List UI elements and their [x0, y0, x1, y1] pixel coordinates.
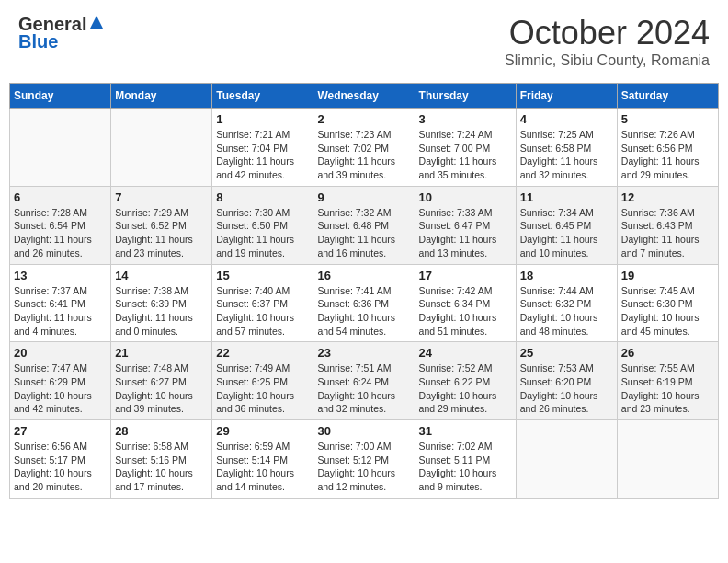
column-header-monday: Monday: [111, 84, 212, 109]
calendar-cell: 11Sunrise: 7:34 AMSunset: 6:45 PMDayligh…: [516, 186, 617, 264]
day-detail: Sunrise: 7:21 AMSunset: 7:04 PMDaylight:…: [216, 128, 309, 182]
calendar-cell: 10Sunrise: 7:33 AMSunset: 6:47 PMDayligh…: [415, 186, 516, 264]
calendar-cell: 15Sunrise: 7:40 AMSunset: 6:37 PMDayligh…: [212, 264, 313, 342]
day-detail: Sunrise: 7:41 AMSunset: 6:36 PMDaylight:…: [317, 284, 410, 339]
day-detail: Sunrise: 7:34 AMSunset: 6:45 PMDaylight:…: [520, 206, 613, 260]
calendar-cell: 29Sunrise: 6:59 AMSunset: 5:14 PMDayligh…: [212, 420, 313, 499]
day-number: 16: [317, 269, 410, 282]
logo: General Blue: [18, 14, 104, 52]
calendar-cell: 16Sunrise: 7:41 AMSunset: 6:36 PMDayligh…: [313, 264, 415, 342]
day-number: 24: [419, 346, 512, 360]
calendar-cell: 21Sunrise: 7:48 AMSunset: 6:27 PMDayligh…: [111, 342, 212, 420]
day-detail: Sunrise: 7:53 AMSunset: 6:20 PMDaylight:…: [520, 362, 613, 416]
location-subtitle: Slimnic, Sibiu County, Romania: [505, 52, 710, 69]
day-number: 11: [520, 190, 613, 204]
day-number: 10: [419, 190, 512, 204]
day-detail: Sunrise: 7:42 AMSunset: 6:34 PMDaylight:…: [419, 284, 512, 339]
day-detail: Sunrise: 7:45 AMSunset: 6:30 PMDaylight:…: [621, 284, 714, 339]
calendar-cell: 8Sunrise: 7:30 AMSunset: 6:50 PMDaylight…: [212, 186, 313, 264]
day-number: 28: [115, 424, 208, 438]
calendar-cell: [516, 420, 617, 499]
calendar-cell: 27Sunrise: 6:56 AMSunset: 5:17 PMDayligh…: [10, 420, 111, 499]
day-detail: Sunrise: 6:58 AMSunset: 5:16 PMDaylight:…: [115, 440, 208, 494]
day-detail: Sunrise: 7:47 AMSunset: 6:29 PMDaylight:…: [14, 362, 107, 416]
column-header-sunday: Sunday: [10, 84, 111, 109]
calendar-cell: 12Sunrise: 7:36 AMSunset: 6:43 PMDayligh…: [617, 186, 718, 264]
day-number: 14: [115, 269, 208, 282]
day-detail: Sunrise: 7:30 AMSunset: 6:50 PMDaylight:…: [216, 206, 309, 260]
calendar-cell: 22Sunrise: 7:49 AMSunset: 6:25 PMDayligh…: [212, 342, 313, 420]
day-number: 15: [216, 269, 309, 282]
day-number: 12: [621, 190, 714, 204]
day-detail: Sunrise: 7:00 AMSunset: 5:12 PMDaylight:…: [317, 440, 410, 494]
day-number: 17: [419, 269, 512, 282]
page-header: General Blue October 2024 Slimnic, Sibiu…: [9, 9, 719, 74]
calendar-cell: [111, 109, 212, 187]
day-number: 6: [14, 190, 107, 204]
day-number: 19: [621, 269, 714, 282]
calendar-cell: 17Sunrise: 7:42 AMSunset: 6:34 PMDayligh…: [415, 264, 516, 342]
day-number: 26: [621, 346, 714, 360]
logo-triangle-icon: [89, 15, 104, 33]
day-detail: Sunrise: 7:36 AMSunset: 6:43 PMDaylight:…: [621, 206, 714, 260]
month-title: October 2024: [505, 14, 710, 52]
calendar-week-row: 1Sunrise: 7:21 AMSunset: 7:04 PMDaylight…: [10, 109, 719, 187]
calendar-cell: 2Sunrise: 7:23 AMSunset: 7:02 PMDaylight…: [313, 109, 415, 187]
day-number: 23: [317, 346, 410, 360]
day-detail: Sunrise: 7:29 AMSunset: 6:52 PMDaylight:…: [115, 206, 208, 260]
day-number: 8: [216, 190, 309, 204]
calendar-cell: 28Sunrise: 6:58 AMSunset: 5:16 PMDayligh…: [111, 420, 212, 499]
day-detail: Sunrise: 7:28 AMSunset: 6:54 PMDaylight:…: [14, 206, 107, 260]
day-number: 1: [216, 112, 309, 126]
day-detail: Sunrise: 7:26 AMSunset: 6:56 PMDaylight:…: [621, 128, 714, 182]
day-detail: Sunrise: 6:59 AMSunset: 5:14 PMDaylight:…: [216, 440, 309, 494]
calendar-cell: 25Sunrise: 7:53 AMSunset: 6:20 PMDayligh…: [516, 342, 617, 420]
calendar-cell: 9Sunrise: 7:32 AMSunset: 6:48 PMDaylight…: [313, 186, 415, 264]
column-header-thursday: Thursday: [415, 84, 516, 109]
day-number: 25: [520, 346, 613, 360]
calendar-week-row: 6Sunrise: 7:28 AMSunset: 6:54 PMDaylight…: [10, 186, 719, 264]
day-number: 31: [419, 424, 512, 438]
day-detail: Sunrise: 7:37 AMSunset: 6:41 PMDaylight:…: [14, 284, 107, 339]
day-number: 22: [216, 346, 309, 360]
day-number: 20: [14, 346, 107, 360]
day-detail: Sunrise: 7:02 AMSunset: 5:11 PMDaylight:…: [419, 440, 512, 494]
day-detail: Sunrise: 7:38 AMSunset: 6:39 PMDaylight:…: [115, 284, 208, 339]
day-detail: Sunrise: 7:44 AMSunset: 6:32 PMDaylight:…: [520, 284, 613, 339]
day-number: 3: [419, 112, 512, 126]
day-detail: Sunrise: 7:33 AMSunset: 6:47 PMDaylight:…: [419, 206, 512, 260]
calendar-cell: 13Sunrise: 7:37 AMSunset: 6:41 PMDayligh…: [10, 264, 111, 342]
calendar-cell: 20Sunrise: 7:47 AMSunset: 6:29 PMDayligh…: [10, 342, 111, 420]
calendar-week-row: 20Sunrise: 7:47 AMSunset: 6:29 PMDayligh…: [10, 342, 719, 420]
logo-blue-text: Blue: [18, 31, 58, 52]
day-number: 18: [520, 269, 613, 282]
day-detail: Sunrise: 7:25 AMSunset: 6:58 PMDaylight:…: [520, 128, 613, 182]
calendar-cell: 31Sunrise: 7:02 AMSunset: 5:11 PMDayligh…: [415, 420, 516, 499]
column-header-wednesday: Wednesday: [313, 84, 415, 109]
day-number: 27: [14, 424, 107, 438]
calendar-cell: 19Sunrise: 7:45 AMSunset: 6:30 PMDayligh…: [617, 264, 718, 342]
column-header-tuesday: Tuesday: [212, 84, 313, 109]
calendar-cell: 23Sunrise: 7:51 AMSunset: 6:24 PMDayligh…: [313, 342, 415, 420]
calendar-cell: 6Sunrise: 7:28 AMSunset: 6:54 PMDaylight…: [10, 186, 111, 264]
calendar-cell: [617, 420, 718, 499]
calendar-cell: 3Sunrise: 7:24 AMSunset: 7:00 PMDaylight…: [415, 109, 516, 187]
day-detail: Sunrise: 7:48 AMSunset: 6:27 PMDaylight:…: [115, 362, 208, 416]
day-detail: Sunrise: 7:49 AMSunset: 6:25 PMDaylight:…: [216, 362, 309, 416]
calendar-cell: 4Sunrise: 7:25 AMSunset: 6:58 PMDaylight…: [516, 109, 617, 187]
column-header-friday: Friday: [516, 84, 617, 109]
calendar-cell: 14Sunrise: 7:38 AMSunset: 6:39 PMDayligh…: [111, 264, 212, 342]
calendar-cell: [10, 109, 111, 187]
svg-marker-0: [90, 16, 103, 29]
calendar-cell: 26Sunrise: 7:55 AMSunset: 6:19 PMDayligh…: [617, 342, 718, 420]
calendar-week-row: 27Sunrise: 6:56 AMSunset: 5:17 PMDayligh…: [10, 420, 719, 499]
calendar-cell: 30Sunrise: 7:00 AMSunset: 5:12 PMDayligh…: [313, 420, 415, 499]
day-number: 21: [115, 346, 208, 360]
calendar-cell: 7Sunrise: 7:29 AMSunset: 6:52 PMDaylight…: [111, 186, 212, 264]
title-area: October 2024 Slimnic, Sibiu County, Roma…: [505, 14, 710, 69]
day-detail: Sunrise: 7:40 AMSunset: 6:37 PMDaylight:…: [216, 284, 309, 339]
day-number: 9: [317, 190, 410, 204]
calendar-table: SundayMondayTuesdayWednesdayThursdayFrid…: [9, 83, 719, 499]
calendar-week-row: 13Sunrise: 7:37 AMSunset: 6:41 PMDayligh…: [10, 264, 719, 342]
day-number: 5: [621, 112, 714, 126]
